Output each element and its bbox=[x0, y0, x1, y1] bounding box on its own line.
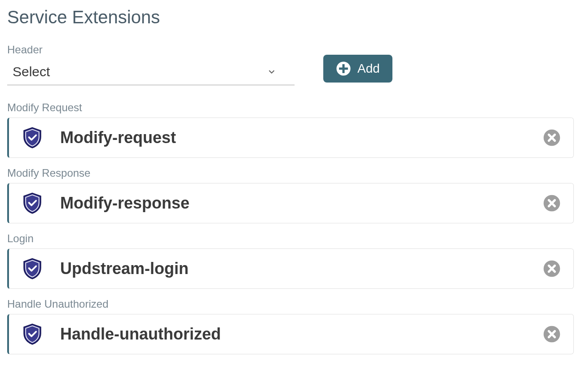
section-label-handle-unauthorized: Handle Unauthorized bbox=[7, 298, 574, 310]
extension-card-modify-response: Modify-response bbox=[7, 183, 574, 223]
extension-card-modify-request: Modify-request bbox=[7, 118, 574, 158]
remove-button-handle-unauthorized[interactable] bbox=[543, 325, 561, 343]
extension-card-handle-unauthorized: Handle-unauthorized bbox=[7, 314, 574, 354]
chevron-down-icon bbox=[267, 67, 277, 77]
extension-name: Updstream-login bbox=[60, 259, 543, 278]
close-circle-icon bbox=[543, 194, 561, 212]
header-field-label: Header bbox=[7, 44, 295, 56]
remove-button-modify-request[interactable] bbox=[543, 129, 561, 147]
add-button-label: Add bbox=[357, 61, 380, 76]
header-select-value: Select bbox=[13, 64, 50, 79]
close-circle-icon bbox=[543, 325, 561, 343]
section-modify-request: Modify Request Modify-request bbox=[7, 101, 574, 158]
section-login: Login Updstream-login bbox=[7, 232, 574, 289]
shield-check-icon bbox=[22, 127, 43, 148]
section-label-login: Login bbox=[7, 232, 574, 245]
remove-button-modify-response[interactable] bbox=[543, 194, 561, 212]
shield-check-icon bbox=[22, 192, 43, 214]
plus-circle-icon bbox=[336, 61, 351, 76]
shield-check-icon bbox=[22, 258, 43, 279]
header-select-wrapper: Select bbox=[7, 60, 295, 85]
header-add-row: Header Select Add bbox=[7, 44, 574, 85]
page-title: Service Extensions bbox=[7, 7, 574, 27]
section-label-modify-response: Modify Response bbox=[7, 167, 574, 179]
close-circle-icon bbox=[543, 129, 561, 147]
header-field-group: Header Select bbox=[7, 44, 295, 85]
extension-card-login: Updstream-login bbox=[7, 248, 574, 289]
shield-check-icon bbox=[22, 323, 43, 345]
extension-name: Modify-request bbox=[60, 128, 543, 147]
svg-rect-2 bbox=[339, 68, 348, 70]
remove-button-login[interactable] bbox=[543, 260, 561, 278]
section-modify-response: Modify Response Modify-response bbox=[7, 167, 574, 223]
header-select[interactable]: Select bbox=[7, 60, 295, 85]
close-circle-icon bbox=[543, 260, 561, 278]
extension-name: Modify-response bbox=[60, 194, 543, 213]
extension-name: Handle-unauthorized bbox=[60, 325, 543, 344]
section-label-modify-request: Modify Request bbox=[7, 101, 574, 114]
section-handle-unauthorized: Handle Unauthorized Handle-unauthorized bbox=[7, 298, 574, 354]
add-button[interactable]: Add bbox=[323, 55, 392, 83]
